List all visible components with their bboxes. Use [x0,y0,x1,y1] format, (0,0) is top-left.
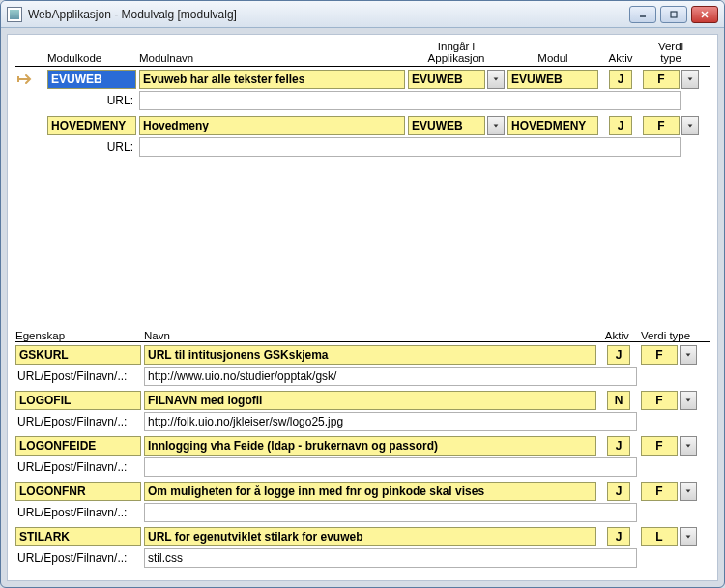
window-title: WebApplikasjon - Modulvalg [modulvalg] [28,8,629,21]
close-button[interactable] [691,6,718,23]
egenskap-url-label: URL/Epost/Filnavn/..: [15,548,141,568]
verditype-dropdown-button[interactable] [682,116,699,135]
hdr-eg-verditype: Verdi type [641,330,697,341]
egenskap-verditype-field[interactable]: F [641,345,678,365]
egenskap-row: STILARK URL for egenutviklet stilark for… [15,527,710,546]
applikasjon-dropdown-button[interactable] [487,70,505,89]
chevron-down-icon [684,397,692,404]
hdr-applikasjon: Inngår i Applikasjon [408,41,505,64]
egenskap-aktiv-field[interactable]: J [607,436,630,456]
egenskap-url-row: URL/Epost/Filnavn/..: stil.css [15,548,710,568]
chevron-down-icon [684,351,692,359]
egenskap-url-field[interactable] [144,503,637,522]
egenskap-verditype-field[interactable]: L [641,527,678,546]
egenskap-navn-field[interactable]: URL til intitusjonens GSKskjema [144,345,596,365]
egenskap-url-row: URL/Epost/Filnavn/..: http://folk.uio.no… [15,412,710,431]
maximize-icon [669,10,679,19]
egenskap-verditype-field[interactable]: F [641,391,678,410]
module-row: EVUWEB Evuweb har alle tekster felles EV… [15,70,710,89]
egenskap-url-field[interactable]: http://www.uio.no/studier/opptak/gsk/ [144,367,637,386]
egenskap-row: LOGONFNR Om muligheten for å logge inn m… [15,482,710,501]
egenskap-url-label: URL/Epost/Filnavn/..: [15,457,141,477]
egenskap-kode-field[interactable]: LOGOFIL [15,391,141,410]
egenskap-url-row: URL/Epost/Filnavn/..: [15,503,710,522]
egenskap-verditype-dropdown-button[interactable] [680,391,697,410]
row-pointer-icon [15,118,37,133]
applikasjon-field[interactable]: EVUWEB [408,70,485,89]
app-icon [7,7,22,22]
egenskap-url-field[interactable] [144,457,637,477]
hdr-egenskap: Egenskap [15,330,141,341]
chevron-down-icon [684,442,692,450]
egenskap-verditype-dropdown-button[interactable] [680,527,697,546]
minimize-button[interactable] [629,6,656,23]
egenskap-url-row: URL/Epost/Filnavn/..: [15,457,710,477]
module-url-row: URL: [15,137,710,157]
egenskap-aktiv-field[interactable]: J [607,345,630,365]
verditype-field[interactable]: F [643,116,680,135]
chevron-down-icon [492,75,500,83]
close-icon [700,10,710,19]
egenskap-url-field[interactable]: http://folk.uio.no/jkleiser/sw/logo25.jp… [144,412,637,431]
hdr-modulnavn: Modulnavn [139,52,405,64]
egenskap-kode-field[interactable]: GSKURL [15,345,141,365]
egenskap-aktiv-field[interactable]: J [607,482,630,501]
egenskap-url-field[interactable]: stil.css [144,548,637,568]
svg-rect-1 [671,12,677,17]
egenskap-aktiv-field[interactable]: J [607,527,630,546]
module-url-row: URL: [15,91,710,110]
hdr-aktiv: Aktiv [601,41,640,64]
hdr-modul: Modul [508,41,598,64]
egenskap-kode-field[interactable]: LOGONFNR [15,482,141,501]
egenskap-navn-field[interactable]: FILNAVN med logofil [144,391,596,410]
url-field[interactable] [139,137,681,157]
titlebar: WebApplikasjon - Modulvalg [modulvalg] [1,1,724,28]
modulkode-field[interactable]: HOVEDMENY [47,116,136,135]
aktiv-field[interactable]: J [609,116,632,135]
modulnavn-field[interactable]: Hovedmeny [139,116,405,135]
properties-header: Egenskap Navn Aktiv Verdi type [15,330,710,341]
url-label: URL: [47,94,136,107]
egenskap-verditype-dropdown-button[interactable] [680,345,697,365]
egenskap-row: LOGOFIL FILNAVN med logofil N F [15,391,710,410]
hdr-eg-aktiv: Aktiv [599,330,638,341]
modul-field[interactable]: HOVEDMENY [508,116,598,135]
modulkode-field[interactable]: EVUWEB [47,70,136,89]
verditype-field[interactable]: F [643,70,680,89]
egenskap-verditype-field[interactable]: F [641,436,678,456]
chevron-down-icon [686,122,694,130]
chevron-down-icon [684,533,692,541]
egenskap-url-label: URL/Epost/Filnavn/..: [15,412,141,431]
modules-header: Modulkode Modulnavn Inngår i Applikasjon… [15,41,710,66]
modul-field[interactable]: EVUWEB [508,70,598,89]
egenskap-url-row: URL/Epost/Filnavn/..: http://www.uio.no/… [15,367,710,386]
egenskap-verditype-dropdown-button[interactable] [680,436,697,456]
hdr-inngar: Inngår i [408,41,505,52]
verditype-dropdown-button[interactable] [682,70,699,89]
aktiv-field[interactable]: J [609,70,632,89]
egenskap-navn-field[interactable]: Innlogging vha Feide (ldap - brukernavn … [144,436,596,456]
chevron-down-icon [492,122,500,130]
egenskap-verditype-dropdown-button[interactable] [680,482,697,501]
egenskap-kode-field[interactable]: STILARK [15,527,141,546]
hdr-navn: Navn [144,330,596,341]
chevron-down-icon [684,487,692,495]
applikasjon-dropdown-button[interactable] [487,116,505,135]
applikasjon-field[interactable]: EVUWEB [408,116,485,135]
egenskap-navn-field[interactable]: Om muligheten for å logge inn med fnr og… [144,482,596,501]
egenskap-row: LOGONFEIDE Innlogging vha Feide (ldap - … [15,436,710,456]
egenskap-verditype-field[interactable]: F [641,482,678,501]
maximize-button[interactable] [660,6,687,23]
egenskap-kode-field[interactable]: LOGONFEIDE [15,436,141,456]
egenskap-navn-field[interactable]: URL for egenutviklet stilark for evuweb [144,527,596,546]
url-field[interactable] [139,91,681,110]
url-label: URL: [47,140,136,154]
hdr-modulkode: Modulkode [47,52,136,64]
egenskap-url-label: URL/Epost/Filnavn/..: [15,367,141,386]
modulnavn-field[interactable]: Evuweb har alle tekster felles [139,70,405,89]
hdr-verditype: Verdi type [643,41,699,64]
app-window: WebApplikasjon - Modulvalg [modulvalg] M… [0,0,725,588]
modules-pane: Modulkode Modulnavn Inngår i Applikasjon… [8,35,717,273]
chevron-down-icon [686,75,694,83]
egenskap-aktiv-field[interactable]: N [607,391,630,410]
